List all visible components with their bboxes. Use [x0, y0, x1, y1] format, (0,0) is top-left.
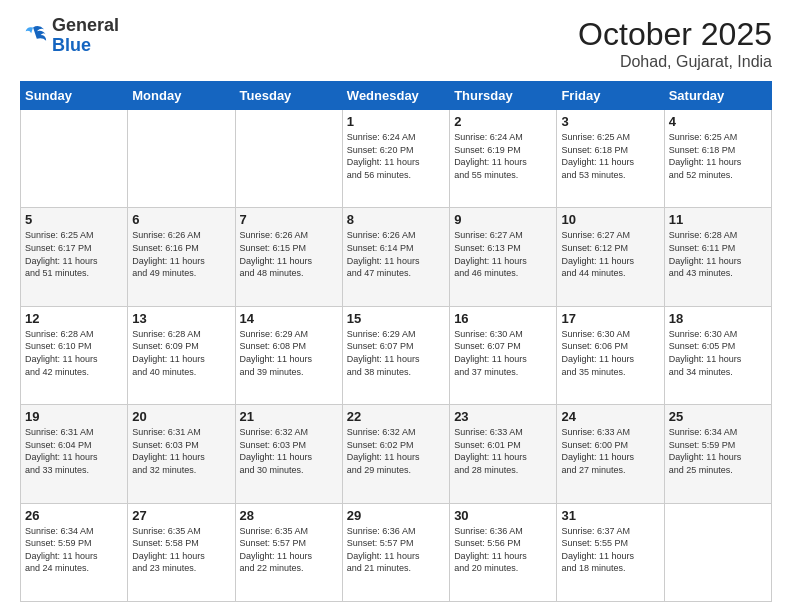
calendar-cell: 2Sunrise: 6:24 AM Sunset: 6:19 PM Daylig… — [450, 110, 557, 208]
calendar-week-2: 5Sunrise: 6:25 AM Sunset: 6:17 PM Daylig… — [21, 208, 772, 306]
day-number: 15 — [347, 311, 445, 326]
day-number: 28 — [240, 508, 338, 523]
calendar-header-sunday: Sunday — [21, 82, 128, 110]
calendar-cell: 25Sunrise: 6:34 AM Sunset: 5:59 PM Dayli… — [664, 405, 771, 503]
calendar-cell: 18Sunrise: 6:30 AM Sunset: 6:05 PM Dayli… — [664, 306, 771, 404]
calendar-cell: 12Sunrise: 6:28 AM Sunset: 6:10 PM Dayli… — [21, 306, 128, 404]
calendar-cell: 26Sunrise: 6:34 AM Sunset: 5:59 PM Dayli… — [21, 503, 128, 601]
day-info: Sunrise: 6:28 AM Sunset: 6:09 PM Dayligh… — [132, 328, 230, 378]
day-info: Sunrise: 6:33 AM Sunset: 6:00 PM Dayligh… — [561, 426, 659, 476]
day-number: 16 — [454, 311, 552, 326]
day-info: Sunrise: 6:24 AM Sunset: 6:20 PM Dayligh… — [347, 131, 445, 181]
day-number: 4 — [669, 114, 767, 129]
day-info: Sunrise: 6:27 AM Sunset: 6:12 PM Dayligh… — [561, 229, 659, 279]
calendar-cell: 29Sunrise: 6:36 AM Sunset: 5:57 PM Dayli… — [342, 503, 449, 601]
calendar-week-1: 1Sunrise: 6:24 AM Sunset: 6:20 PM Daylig… — [21, 110, 772, 208]
day-number: 26 — [25, 508, 123, 523]
calendar-week-5: 26Sunrise: 6:34 AM Sunset: 5:59 PM Dayli… — [21, 503, 772, 601]
calendar-cell: 6Sunrise: 6:26 AM Sunset: 6:16 PM Daylig… — [128, 208, 235, 306]
day-number: 17 — [561, 311, 659, 326]
day-info: Sunrise: 6:35 AM Sunset: 5:58 PM Dayligh… — [132, 525, 230, 575]
calendar-header-thursday: Thursday — [450, 82, 557, 110]
calendar-header-saturday: Saturday — [664, 82, 771, 110]
day-number: 5 — [25, 212, 123, 227]
day-info: Sunrise: 6:32 AM Sunset: 6:03 PM Dayligh… — [240, 426, 338, 476]
calendar-cell: 17Sunrise: 6:30 AM Sunset: 6:06 PM Dayli… — [557, 306, 664, 404]
calendar-header-wednesday: Wednesday — [342, 82, 449, 110]
calendar-cell — [235, 110, 342, 208]
calendar-week-4: 19Sunrise: 6:31 AM Sunset: 6:04 PM Dayli… — [21, 405, 772, 503]
day-info: Sunrise: 6:31 AM Sunset: 6:03 PM Dayligh… — [132, 426, 230, 476]
calendar-cell: 23Sunrise: 6:33 AM Sunset: 6:01 PM Dayli… — [450, 405, 557, 503]
day-info: Sunrise: 6:29 AM Sunset: 6:07 PM Dayligh… — [347, 328, 445, 378]
calendar-cell: 16Sunrise: 6:30 AM Sunset: 6:07 PM Dayli… — [450, 306, 557, 404]
month-title: October 2025 — [578, 16, 772, 53]
calendar-cell: 1Sunrise: 6:24 AM Sunset: 6:20 PM Daylig… — [342, 110, 449, 208]
calendar-cell: 28Sunrise: 6:35 AM Sunset: 5:57 PM Dayli… — [235, 503, 342, 601]
day-number: 3 — [561, 114, 659, 129]
calendar-cell: 9Sunrise: 6:27 AM Sunset: 6:13 PM Daylig… — [450, 208, 557, 306]
logo: General Blue — [20, 16, 119, 56]
calendar-cell — [128, 110, 235, 208]
day-info: Sunrise: 6:30 AM Sunset: 6:06 PM Dayligh… — [561, 328, 659, 378]
day-number: 22 — [347, 409, 445, 424]
day-number: 11 — [669, 212, 767, 227]
day-number: 29 — [347, 508, 445, 523]
day-number: 13 — [132, 311, 230, 326]
calendar-cell: 15Sunrise: 6:29 AM Sunset: 6:07 PM Dayli… — [342, 306, 449, 404]
header: General Blue October 2025 Dohad, Gujarat… — [20, 16, 772, 71]
day-number: 2 — [454, 114, 552, 129]
day-number: 14 — [240, 311, 338, 326]
calendar-cell: 4Sunrise: 6:25 AM Sunset: 6:18 PM Daylig… — [664, 110, 771, 208]
day-info: Sunrise: 6:25 AM Sunset: 6:17 PM Dayligh… — [25, 229, 123, 279]
day-info: Sunrise: 6:25 AM Sunset: 6:18 PM Dayligh… — [561, 131, 659, 181]
day-info: Sunrise: 6:34 AM Sunset: 5:59 PM Dayligh… — [25, 525, 123, 575]
logo-blue: Blue — [52, 36, 119, 56]
day-number: 24 — [561, 409, 659, 424]
day-info: Sunrise: 6:26 AM Sunset: 6:14 PM Dayligh… — [347, 229, 445, 279]
calendar-header-monday: Monday — [128, 82, 235, 110]
calendar-week-3: 12Sunrise: 6:28 AM Sunset: 6:10 PM Dayli… — [21, 306, 772, 404]
calendar-cell: 19Sunrise: 6:31 AM Sunset: 6:04 PM Dayli… — [21, 405, 128, 503]
calendar-cell: 5Sunrise: 6:25 AM Sunset: 6:17 PM Daylig… — [21, 208, 128, 306]
calendar-cell: 24Sunrise: 6:33 AM Sunset: 6:00 PM Dayli… — [557, 405, 664, 503]
day-number: 18 — [669, 311, 767, 326]
calendar-cell: 11Sunrise: 6:28 AM Sunset: 6:11 PM Dayli… — [664, 208, 771, 306]
calendar-cell: 10Sunrise: 6:27 AM Sunset: 6:12 PM Dayli… — [557, 208, 664, 306]
day-number: 9 — [454, 212, 552, 227]
day-info: Sunrise: 6:24 AM Sunset: 6:19 PM Dayligh… — [454, 131, 552, 181]
day-info: Sunrise: 6:29 AM Sunset: 6:08 PM Dayligh… — [240, 328, 338, 378]
day-info: Sunrise: 6:30 AM Sunset: 6:07 PM Dayligh… — [454, 328, 552, 378]
day-info: Sunrise: 6:31 AM Sunset: 6:04 PM Dayligh… — [25, 426, 123, 476]
calendar-cell: 22Sunrise: 6:32 AM Sunset: 6:02 PM Dayli… — [342, 405, 449, 503]
calendar-cell: 20Sunrise: 6:31 AM Sunset: 6:03 PM Dayli… — [128, 405, 235, 503]
calendar-cell: 27Sunrise: 6:35 AM Sunset: 5:58 PM Dayli… — [128, 503, 235, 601]
calendar-cell: 13Sunrise: 6:28 AM Sunset: 6:09 PM Dayli… — [128, 306, 235, 404]
day-info: Sunrise: 6:33 AM Sunset: 6:01 PM Dayligh… — [454, 426, 552, 476]
day-number: 12 — [25, 311, 123, 326]
page: General Blue October 2025 Dohad, Gujarat… — [0, 0, 792, 612]
calendar-header-row: SundayMondayTuesdayWednesdayThursdayFrid… — [21, 82, 772, 110]
day-number: 8 — [347, 212, 445, 227]
day-number: 6 — [132, 212, 230, 227]
day-info: Sunrise: 6:37 AM Sunset: 5:55 PM Dayligh… — [561, 525, 659, 575]
day-info: Sunrise: 6:28 AM Sunset: 6:11 PM Dayligh… — [669, 229, 767, 279]
day-info: Sunrise: 6:28 AM Sunset: 6:10 PM Dayligh… — [25, 328, 123, 378]
day-info: Sunrise: 6:32 AM Sunset: 6:02 PM Dayligh… — [347, 426, 445, 476]
title-block: October 2025 Dohad, Gujarat, India — [578, 16, 772, 71]
calendar-cell: 3Sunrise: 6:25 AM Sunset: 6:18 PM Daylig… — [557, 110, 664, 208]
day-number: 7 — [240, 212, 338, 227]
calendar-cell: 30Sunrise: 6:36 AM Sunset: 5:56 PM Dayli… — [450, 503, 557, 601]
day-number: 27 — [132, 508, 230, 523]
day-number: 10 — [561, 212, 659, 227]
day-info: Sunrise: 6:27 AM Sunset: 6:13 PM Dayligh… — [454, 229, 552, 279]
calendar: SundayMondayTuesdayWednesdayThursdayFrid… — [20, 81, 772, 602]
day-info: Sunrise: 6:26 AM Sunset: 6:15 PM Dayligh… — [240, 229, 338, 279]
day-number: 23 — [454, 409, 552, 424]
day-number: 30 — [454, 508, 552, 523]
day-info: Sunrise: 6:35 AM Sunset: 5:57 PM Dayligh… — [240, 525, 338, 575]
calendar-cell: 8Sunrise: 6:26 AM Sunset: 6:14 PM Daylig… — [342, 208, 449, 306]
day-number: 1 — [347, 114, 445, 129]
logo-general: General — [52, 16, 119, 36]
calendar-header-tuesday: Tuesday — [235, 82, 342, 110]
